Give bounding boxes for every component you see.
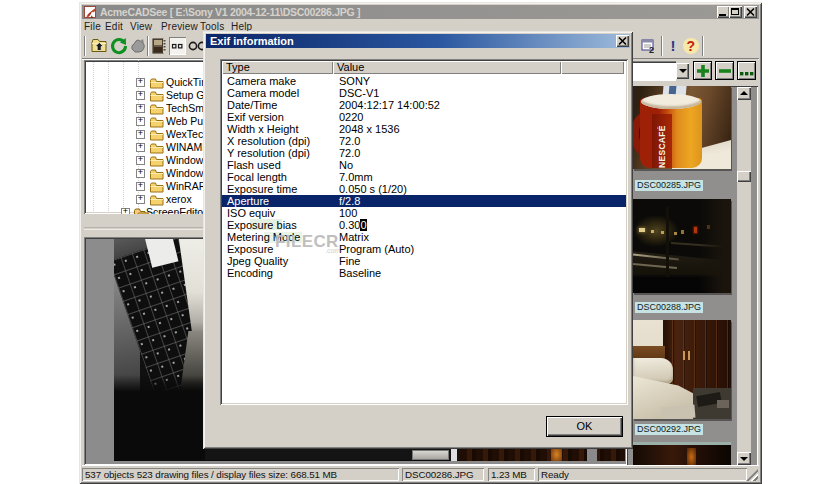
svg-text:2: 2	[649, 45, 654, 55]
svg-text:?: ?	[687, 38, 696, 54]
